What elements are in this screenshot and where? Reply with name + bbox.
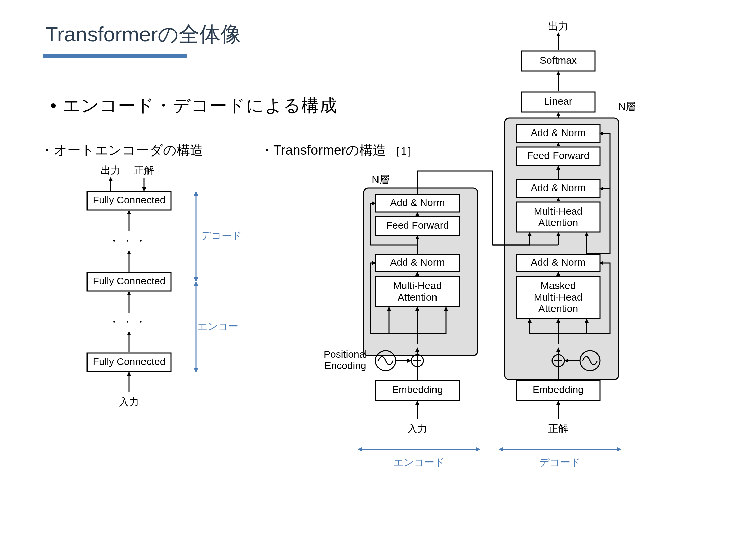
ae-dots-bot: ・・・: [109, 316, 149, 327]
tf-encode-label: エンコード: [393, 457, 445, 468]
tf-target-label: 正解: [548, 423, 568, 434]
tf-decode-label: デコード: [539, 457, 581, 468]
ae-decode-label: デコード: [201, 230, 242, 241]
ae-dots-top: ・・・: [109, 235, 149, 246]
tf-linear: Linear: [544, 96, 572, 107]
tf-dec-masked2: Multi-Head: [534, 291, 582, 303]
tf-dec-ff: Feed Forward: [527, 150, 590, 161]
tf-dec-addnorm3: Add & Norm: [531, 127, 585, 138]
tf-input-label: 入力: [407, 423, 427, 434]
tf-dec-embedding: Embedding: [533, 384, 584, 395]
title-underline: [43, 54, 187, 58]
tf-enc-mha2: Attention: [398, 291, 437, 303]
tf-dec-mha1: Multi-Head: [534, 206, 582, 217]
ae-encode-label: エンコード: [197, 321, 241, 332]
tf-dec-addnorm2: Add & Norm: [531, 182, 585, 193]
tf-enc-embedding: Embedding: [392, 384, 443, 395]
tf-dec-addnorm1: Add & Norm: [531, 257, 585, 268]
ae-output-label: 出力: [101, 165, 121, 176]
ae-fc-bot: Fully Connected: [93, 356, 166, 367]
autoencoder-diagram: 出力 正解 Fully Connected ・・・ Fully Connecte…: [67, 161, 241, 429]
tf-enc-ff: Feed Forward: [386, 220, 449, 231]
tf-pe1: Positional: [324, 349, 367, 360]
tf-nlayers-right: N層: [618, 101, 636, 112]
tf-pe2: Encoding: [324, 360, 366, 371]
transformer-diagram: 出力 Softmax Linear N層 Add & Norm Feed For…: [318, 13, 744, 533]
tf-enc-addnorm2: Add & Norm: [390, 197, 445, 208]
tf-nlayers-left: N層: [372, 174, 389, 185]
ae-target-label: 正解: [134, 165, 154, 176]
ae-input-label: 入力: [119, 396, 139, 407]
tf-output-label: 出力: [548, 20, 568, 32]
tf-dec-masked1: Masked: [540, 280, 576, 291]
slide-title: Transformerの全体像: [45, 20, 241, 48]
ae-fc-top: Fully Connected: [93, 194, 166, 205]
tf-dec-mha2: Attention: [538, 217, 578, 228]
tf-enc-addnorm1: Add & Norm: [390, 257, 445, 268]
tf-dec-masked3: Attention: [538, 303, 578, 314]
sub-heading-left: ・オートエンコーダの構造: [40, 141, 203, 159]
tf-enc-mha1: Multi-Head: [393, 280, 442, 291]
tf-softmax: Softmax: [540, 55, 577, 66]
main-bullet: エンコード・デコードによる構成: [50, 94, 338, 117]
ae-fc-mid: Fully Connected: [93, 275, 166, 286]
